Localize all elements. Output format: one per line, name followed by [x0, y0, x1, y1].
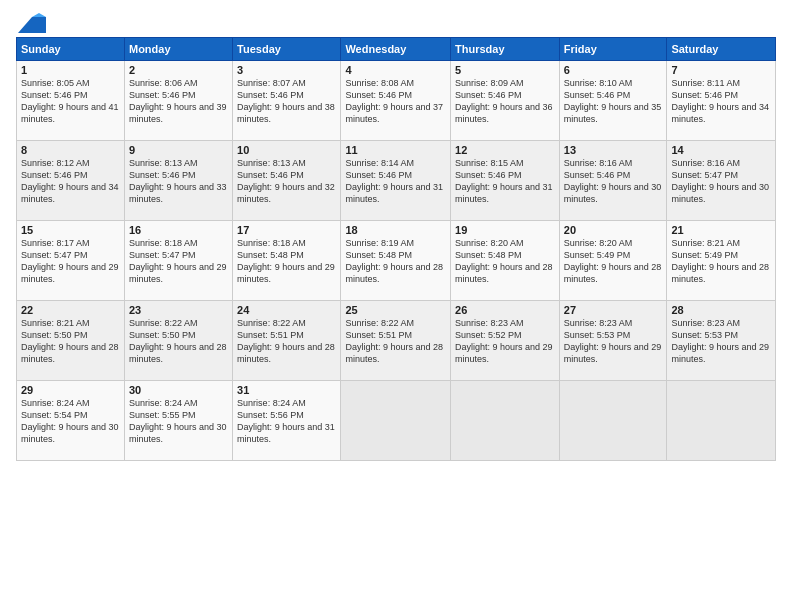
day-number: 23 [129, 304, 228, 316]
day-cell: 8Sunrise: 8:12 AMSunset: 5:46 PMDaylight… [17, 141, 125, 221]
day-number: 20 [564, 224, 663, 236]
day-cell: 16Sunrise: 8:18 AMSunset: 5:47 PMDayligh… [124, 221, 232, 301]
day-cell: 15Sunrise: 8:17 AMSunset: 5:47 PMDayligh… [17, 221, 125, 301]
day-cell: 21Sunrise: 8:21 AMSunset: 5:49 PMDayligh… [667, 221, 776, 301]
day-number: 16 [129, 224, 228, 236]
day-number: 28 [671, 304, 771, 316]
calendar-table: SundayMondayTuesdayWednesdayThursdayFrid… [16, 37, 776, 461]
day-cell: 24Sunrise: 8:22 AMSunset: 5:51 PMDayligh… [233, 301, 341, 381]
day-number: 1 [21, 64, 120, 76]
day-cell [667, 381, 776, 461]
day-number: 9 [129, 144, 228, 156]
day-info: Sunrise: 8:14 AMSunset: 5:46 PMDaylight:… [345, 157, 446, 206]
day-info: Sunrise: 8:13 AMSunset: 5:46 PMDaylight:… [129, 157, 228, 206]
day-info: Sunrise: 8:24 AMSunset: 5:54 PMDaylight:… [21, 397, 120, 446]
day-info: Sunrise: 8:18 AMSunset: 5:47 PMDaylight:… [129, 237, 228, 286]
logo-icon [18, 13, 46, 33]
day-info: Sunrise: 8:22 AMSunset: 5:51 PMDaylight:… [237, 317, 336, 366]
day-cell: 9Sunrise: 8:13 AMSunset: 5:46 PMDaylight… [124, 141, 232, 221]
day-info: Sunrise: 8:10 AMSunset: 5:46 PMDaylight:… [564, 77, 663, 126]
day-info: Sunrise: 8:06 AMSunset: 5:46 PMDaylight:… [129, 77, 228, 126]
week-row-5: 29Sunrise: 8:24 AMSunset: 5:54 PMDayligh… [17, 381, 776, 461]
day-cell: 1Sunrise: 8:05 AMSunset: 5:46 PMDaylight… [17, 61, 125, 141]
day-info: Sunrise: 8:07 AMSunset: 5:46 PMDaylight:… [237, 77, 336, 126]
day-cell: 11Sunrise: 8:14 AMSunset: 5:46 PMDayligh… [341, 141, 451, 221]
day-cell [559, 381, 667, 461]
day-cell: 6Sunrise: 8:10 AMSunset: 5:46 PMDaylight… [559, 61, 667, 141]
week-row-4: 22Sunrise: 8:21 AMSunset: 5:50 PMDayligh… [17, 301, 776, 381]
day-number: 17 [237, 224, 336, 236]
day-cell: 3Sunrise: 8:07 AMSunset: 5:46 PMDaylight… [233, 61, 341, 141]
day-number: 26 [455, 304, 555, 316]
day-info: Sunrise: 8:21 AMSunset: 5:50 PMDaylight:… [21, 317, 120, 366]
week-row-3: 15Sunrise: 8:17 AMSunset: 5:47 PMDayligh… [17, 221, 776, 301]
week-row-1: 1Sunrise: 8:05 AMSunset: 5:46 PMDaylight… [17, 61, 776, 141]
svg-marker-1 [32, 13, 46, 17]
day-cell: 12Sunrise: 8:15 AMSunset: 5:46 PMDayligh… [451, 141, 560, 221]
day-number: 21 [671, 224, 771, 236]
day-info: Sunrise: 8:23 AMSunset: 5:53 PMDaylight:… [564, 317, 663, 366]
day-number: 6 [564, 64, 663, 76]
col-header-sunday: Sunday [17, 38, 125, 61]
day-cell: 25Sunrise: 8:22 AMSunset: 5:51 PMDayligh… [341, 301, 451, 381]
header [16, 12, 776, 29]
day-info: Sunrise: 8:17 AMSunset: 5:47 PMDaylight:… [21, 237, 120, 286]
day-number: 30 [129, 384, 228, 396]
day-info: Sunrise: 8:08 AMSunset: 5:46 PMDaylight:… [345, 77, 446, 126]
day-info: Sunrise: 8:16 AMSunset: 5:47 PMDaylight:… [671, 157, 771, 206]
day-number: 22 [21, 304, 120, 316]
calendar-page: SundayMondayTuesdayWednesdayThursdayFrid… [0, 0, 792, 612]
day-cell: 17Sunrise: 8:18 AMSunset: 5:48 PMDayligh… [233, 221, 341, 301]
day-cell: 10Sunrise: 8:13 AMSunset: 5:46 PMDayligh… [233, 141, 341, 221]
day-cell: 20Sunrise: 8:20 AMSunset: 5:49 PMDayligh… [559, 221, 667, 301]
day-number: 12 [455, 144, 555, 156]
col-header-thursday: Thursday [451, 38, 560, 61]
day-number: 18 [345, 224, 446, 236]
day-info: Sunrise: 8:16 AMSunset: 5:46 PMDaylight:… [564, 157, 663, 206]
day-cell: 22Sunrise: 8:21 AMSunset: 5:50 PMDayligh… [17, 301, 125, 381]
day-cell [451, 381, 560, 461]
day-number: 3 [237, 64, 336, 76]
day-info: Sunrise: 8:19 AMSunset: 5:48 PMDaylight:… [345, 237, 446, 286]
day-info: Sunrise: 8:23 AMSunset: 5:53 PMDaylight:… [671, 317, 771, 366]
day-info: Sunrise: 8:20 AMSunset: 5:49 PMDaylight:… [564, 237, 663, 286]
day-info: Sunrise: 8:09 AMSunset: 5:46 PMDaylight:… [455, 77, 555, 126]
day-number: 5 [455, 64, 555, 76]
day-cell: 5Sunrise: 8:09 AMSunset: 5:46 PMDaylight… [451, 61, 560, 141]
svg-marker-0 [18, 17, 46, 33]
day-number: 13 [564, 144, 663, 156]
day-info: Sunrise: 8:15 AMSunset: 5:46 PMDaylight:… [455, 157, 555, 206]
day-info: Sunrise: 8:13 AMSunset: 5:46 PMDaylight:… [237, 157, 336, 206]
day-cell: 29Sunrise: 8:24 AMSunset: 5:54 PMDayligh… [17, 381, 125, 461]
day-cell: 4Sunrise: 8:08 AMSunset: 5:46 PMDaylight… [341, 61, 451, 141]
day-number: 4 [345, 64, 446, 76]
day-number: 14 [671, 144, 771, 156]
day-info: Sunrise: 8:21 AMSunset: 5:49 PMDaylight:… [671, 237, 771, 286]
day-info: Sunrise: 8:22 AMSunset: 5:51 PMDaylight:… [345, 317, 446, 366]
day-number: 19 [455, 224, 555, 236]
day-number: 2 [129, 64, 228, 76]
day-number: 10 [237, 144, 336, 156]
logo [16, 12, 46, 29]
day-cell: 28Sunrise: 8:23 AMSunset: 5:53 PMDayligh… [667, 301, 776, 381]
day-cell: 19Sunrise: 8:20 AMSunset: 5:48 PMDayligh… [451, 221, 560, 301]
day-info: Sunrise: 8:23 AMSunset: 5:52 PMDaylight:… [455, 317, 555, 366]
day-number: 27 [564, 304, 663, 316]
header-row: SundayMondayTuesdayWednesdayThursdayFrid… [17, 38, 776, 61]
day-info: Sunrise: 8:05 AMSunset: 5:46 PMDaylight:… [21, 77, 120, 126]
week-row-2: 8Sunrise: 8:12 AMSunset: 5:46 PMDaylight… [17, 141, 776, 221]
day-cell: 30Sunrise: 8:24 AMSunset: 5:55 PMDayligh… [124, 381, 232, 461]
day-cell: 7Sunrise: 8:11 AMSunset: 5:46 PMDaylight… [667, 61, 776, 141]
day-number: 24 [237, 304, 336, 316]
col-header-monday: Monday [124, 38, 232, 61]
day-info: Sunrise: 8:20 AMSunset: 5:48 PMDaylight:… [455, 237, 555, 286]
day-info: Sunrise: 8:11 AMSunset: 5:46 PMDaylight:… [671, 77, 771, 126]
day-info: Sunrise: 8:12 AMSunset: 5:46 PMDaylight:… [21, 157, 120, 206]
day-number: 15 [21, 224, 120, 236]
day-number: 7 [671, 64, 771, 76]
col-header-tuesday: Tuesday [233, 38, 341, 61]
day-info: Sunrise: 8:22 AMSunset: 5:50 PMDaylight:… [129, 317, 228, 366]
day-number: 8 [21, 144, 120, 156]
day-cell: 31Sunrise: 8:24 AMSunset: 5:56 PMDayligh… [233, 381, 341, 461]
day-info: Sunrise: 8:18 AMSunset: 5:48 PMDaylight:… [237, 237, 336, 286]
